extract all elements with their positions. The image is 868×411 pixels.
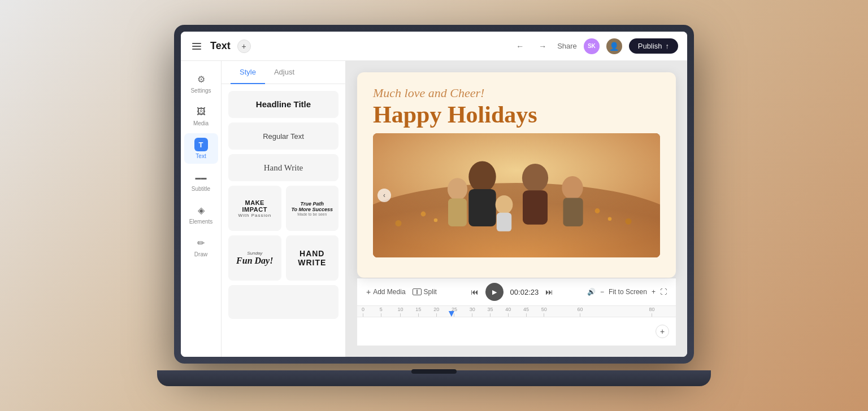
timeline-center: ⏮ ▶ 00:02:23 ⏭	[471, 283, 554, 301]
text-icon: T	[194, 138, 208, 151]
redo-button[interactable]: →	[535, 38, 550, 54]
laptop-body: Text + ← → Share SK 👤 Publish ↑	[174, 25, 694, 364]
sidebar-item-media[interactable]: 🖼 Media	[184, 100, 218, 131]
svg-point-12	[421, 212, 426, 217]
share-label: Share	[557, 42, 577, 50]
ruler-mark-35: 35	[487, 307, 493, 317]
add-icon: +	[366, 287, 371, 296]
true-path-title2: To More Success	[291, 207, 333, 212]
sidebar-item-settings[interactable]: ⚙ Settings	[184, 68, 218, 98]
handwrite-bold-label: HAND WRITE	[291, 249, 334, 267]
add-track-button[interactable]: +	[656, 325, 669, 338]
skip-forward-button[interactable]: ⏭	[545, 287, 553, 296]
combo-sunday-fun[interactable]: Sunday Fun Day!	[228, 235, 281, 281]
svg-point-6	[448, 178, 467, 200]
text-style-placeholder[interactable]	[228, 285, 338, 319]
avatar-img: 👤	[606, 38, 622, 54]
sidebar-item-text[interactable]: T Text	[184, 133, 218, 164]
track-container: +	[362, 320, 651, 343]
add-panel-button[interactable]: +	[237, 40, 251, 53]
nav-arrow-left[interactable]: ‹	[377, 189, 391, 202]
sidebar-label-text: Text	[196, 153, 206, 159]
svg-point-10	[496, 195, 513, 214]
menu-icon[interactable]	[190, 41, 203, 52]
regular-text-label: Regular Text	[263, 132, 304, 141]
sidebar-label-elements: Elements	[189, 218, 213, 225]
split-label: Split	[424, 288, 437, 296]
undo-button[interactable]: ←	[512, 38, 528, 54]
fun-day-label: Fun Day!	[236, 256, 273, 266]
minus-zoom[interactable]: −	[600, 288, 604, 296]
combo-make-impact[interactable]: MAKE IMPACT With Passion	[228, 186, 281, 231]
draw-icon: ✏	[194, 236, 208, 250]
sunday-label: Sunday	[247, 251, 262, 256]
media-icon: 🖼	[194, 105, 208, 119]
canvas-content: Much love and Cheer! Happy Holidays	[357, 72, 676, 278]
text-style-regular[interactable]: Regular Text	[228, 123, 338, 150]
headline-title-label: Headline Title	[256, 99, 311, 109]
combo-true-path[interactable]: True Path To More Success Made to be see…	[286, 186, 339, 231]
split-button[interactable]: Split	[413, 288, 437, 296]
text-panel: Style Adjust Headline Title Regular Text…	[222, 61, 346, 357]
fullscreen-button[interactable]: ⛶	[660, 288, 667, 296]
avatar-sk: SK	[584, 38, 600, 54]
family-svg	[373, 133, 660, 257]
tab-adjust[interactable]: Adjust	[265, 61, 303, 84]
svg-point-2	[468, 161, 496, 193]
header-left: Text +	[190, 40, 251, 53]
plus-zoom[interactable]: +	[652, 288, 656, 296]
publish-button[interactable]: Publish ↑	[629, 38, 678, 54]
svg-point-8	[562, 176, 583, 200]
svg-point-16	[396, 220, 402, 226]
svg-point-14	[595, 208, 600, 213]
canvas-title: Happy Holidays	[373, 103, 660, 126]
ruler-mark-40: 40	[505, 307, 511, 317]
svg-rect-5	[523, 190, 548, 225]
ruler-mark-20: 20	[433, 307, 439, 317]
fit-screen-button[interactable]: Fit to Screen	[609, 288, 647, 296]
svg-point-13	[434, 218, 438, 222]
elements-icon: ◈	[194, 203, 208, 217]
family-photo: ‹	[373, 133, 660, 257]
publish-icon: ↑	[666, 42, 670, 50]
canvas-subtitle: Much love and Cheer!	[373, 86, 660, 100]
panel-tabs: Style Adjust	[222, 61, 345, 84]
app-body: ⚙ Settings 🖼 Media T Text ▬▬ Subtitle	[181, 61, 687, 357]
sidebar-item-subtitle[interactable]: ▬▬ Subtitle	[184, 166, 218, 196]
sidebar-item-elements[interactable]: ◈ Elements	[184, 199, 218, 229]
timeline-left: + Add Media Split	[366, 287, 437, 296]
tab-style[interactable]: Style	[231, 61, 265, 84]
add-media-label: Add Media	[373, 288, 405, 296]
text-style-headline[interactable]: Headline Title	[228, 91, 338, 118]
header-right: ← → Share SK 👤 Publish ↑	[512, 38, 678, 54]
settings-icon: ⚙	[194, 72, 208, 86]
volume-icon[interactable]: 🔊	[587, 288, 596, 296]
ruler-mark-60: 60	[577, 307, 583, 317]
svg-point-4	[522, 164, 548, 193]
svg-point-15	[608, 217, 612, 221]
svg-rect-7	[448, 199, 467, 227]
canvas-frame[interactable]: Much love and Cheer! Happy Holidays	[357, 72, 676, 278]
svg-point-17	[626, 218, 632, 225]
laptop-notch	[411, 369, 457, 374]
ruler-mark-0: 0	[362, 307, 364, 317]
sidebar-label-draw: Draw	[194, 251, 207, 257]
sidebar-item-draw[interactable]: ✏ Draw	[184, 231, 218, 262]
make-impact-sub: With Passion	[238, 213, 271, 218]
time-display: 00:02:23	[510, 288, 539, 296]
combo-handwrite-bold[interactable]: HAND WRITE	[286, 235, 339, 281]
holiday-text-section: Much love and Cheer! Happy Holidays	[373, 86, 660, 126]
split-icon	[413, 288, 422, 295]
ruler-mark-45: 45	[523, 307, 529, 317]
play-button[interactable]: ▶	[485, 283, 504, 301]
ruler-mark-10: 10	[398, 307, 403, 317]
svg-rect-9	[563, 198, 583, 226]
timeline-controls: + Add Media Split	[357, 278, 676, 306]
skip-back-button[interactable]: ⏮	[471, 287, 479, 296]
ruler-mark-80: 80	[649, 307, 655, 317]
sidebar-label-subtitle: Subtitle	[192, 186, 210, 192]
add-media-button[interactable]: + Add Media	[366, 287, 406, 296]
ruler-marks: 0 5 10 15 20 25 30 35 40 45	[362, 306, 671, 317]
text-style-handwrite[interactable]: Hand Write	[228, 154, 338, 181]
laptop-wrapper: Text + ← → Share SK 👤 Publish ↑	[174, 25, 694, 386]
